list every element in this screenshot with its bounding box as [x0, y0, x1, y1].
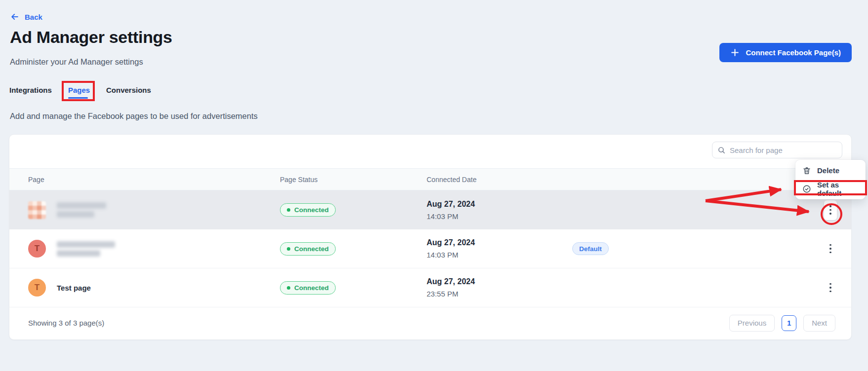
back-label: Back	[25, 13, 42, 21]
avatar	[28, 201, 46, 219]
previous-page-button[interactable]: Previous	[729, 315, 775, 332]
pagination: Previous 1 Next	[729, 315, 835, 332]
tab-pages[interactable]: Pages	[68, 86, 90, 94]
plus-icon	[730, 48, 740, 57]
connected-time: 23:55 PM	[427, 290, 563, 297]
avatar: T	[28, 279, 46, 297]
connect-button-label: Connect Facebook Page(s)	[746, 48, 841, 57]
page-number-button[interactable]: 1	[782, 315, 796, 331]
table-row: T Test page Connected Aug 27, 2024 23:55…	[9, 268, 851, 307]
status-badge: Connected	[280, 242, 336, 256]
back-link[interactable]: Back	[10, 12, 42, 22]
row-actions-kebab-button[interactable]	[824, 200, 837, 220]
search-input[interactable]	[730, 146, 837, 154]
redacted-page-name	[57, 202, 106, 218]
table-footer: Showing 3 of 3 page(s) Previous 1 Next	[9, 306, 851, 339]
results-summary: Showing 3 of 3 page(s)	[28, 319, 104, 327]
tab-conversions[interactable]: Conversions	[106, 86, 151, 94]
check-circle-icon	[802, 185, 811, 193]
status-dot-icon	[287, 247, 290, 251]
arrow-left-icon	[10, 12, 20, 22]
trash-icon	[802, 166, 811, 175]
status-badge: Connected	[280, 281, 336, 295]
status-dot-icon	[287, 286, 290, 290]
row-actions-kebab-button[interactable]	[824, 278, 837, 297]
row-context-menu: Delete Set as default	[795, 160, 866, 199]
connect-facebook-pages-button[interactable]: Connect Facebook Page(s)	[719, 43, 852, 62]
connected-date: Aug 27, 2024	[427, 200, 563, 208]
active-tab-underline	[68, 97, 88, 99]
table-header-row: Page Page Status Connected Date	[9, 168, 851, 190]
column-header-page: Page	[28, 176, 280, 184]
connected-date: Aug 27, 2024	[427, 239, 563, 247]
page-name: Test page	[57, 284, 91, 292]
pages-table-card: Page Page Status Connected Date Connecte…	[9, 134, 852, 340]
default-badge: Default	[572, 242, 609, 255]
kebab-menu-icon	[829, 283, 831, 285]
menu-item-set-as-default[interactable]: Set as default	[795, 180, 866, 198]
page-description: Add and manage the Facebook pages to be …	[10, 111, 258, 121]
status-badge: Connected	[280, 203, 336, 217]
table-row: Connected Aug 27, 2024 14:03 PM	[9, 190, 851, 229]
tab-integrations[interactable]: Integrations	[9, 86, 52, 94]
search-icon	[717, 146, 726, 154]
redacted-page-name	[57, 241, 115, 257]
page-subtitle: Administer your Ad Manager settings	[10, 57, 143, 67]
avatar: T	[28, 240, 46, 258]
kebab-menu-icon	[829, 205, 831, 207]
column-header-status: Page Status	[280, 176, 427, 184]
menu-item-delete[interactable]: Delete	[795, 161, 866, 180]
next-page-button[interactable]: Next	[803, 315, 835, 332]
kebab-menu-icon	[829, 244, 831, 246]
status-dot-icon	[287, 208, 290, 212]
table-row: T Connected Aug 27, 2024 14:03 PM Defaul…	[9, 229, 851, 268]
column-header-date: Connected Date	[427, 176, 563, 184]
connected-time: 14:03 PM	[427, 213, 563, 220]
connected-date: Aug 27, 2024	[427, 278, 563, 286]
search-input-wrapper	[712, 142, 842, 158]
connected-time: 14:03 PM	[427, 251, 563, 259]
row-actions-kebab-button[interactable]	[824, 239, 837, 259]
page-title: Ad Manager settings	[10, 28, 172, 47]
